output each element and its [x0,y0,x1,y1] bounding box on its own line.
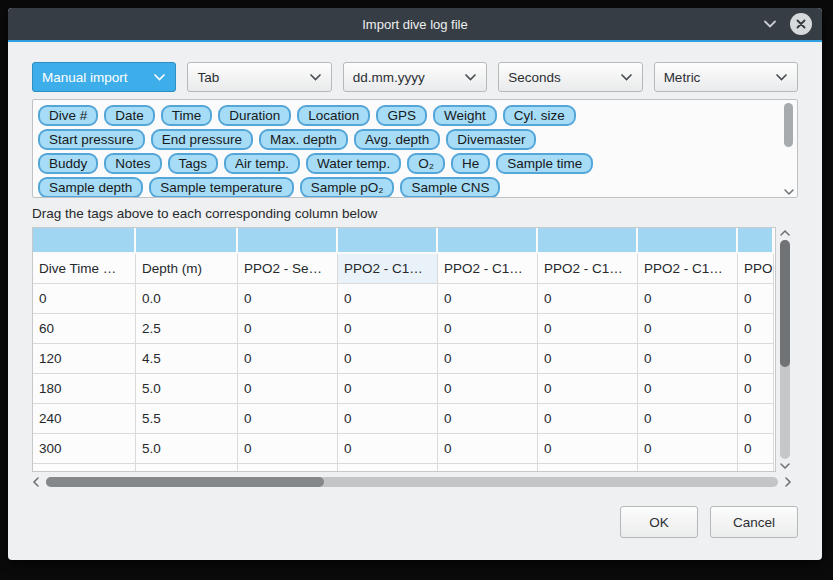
tag-weight[interactable]: Weight [433,105,497,126]
table-hscroll-track[interactable] [46,477,778,487]
tag-time[interactable]: Time [161,105,213,126]
table-cell: 0 [638,434,738,464]
table-cell: 0 [738,344,774,374]
tags-list: Dive #DateTimeDurationLocationGPSWeightC… [33,100,781,198]
import-mode-select[interactable]: Manual import [32,62,176,92]
table-cell: 2.5 [136,314,238,344]
tag-sample-po[interactable]: Sample pO₂ [300,177,395,198]
column-header[interactable]: PPO2 - C1… [538,254,638,284]
column-header[interactable]: PPO2 - Se… [238,254,338,284]
units-value: Metric [664,70,775,85]
scroll-down-icon[interactable] [783,188,795,196]
shade-chevron-down-icon[interactable] [762,19,778,29]
table-row-partial [33,464,775,471]
table-cell: 0 [438,434,538,464]
tag-dive[interactable]: Dive # [38,105,98,126]
duration-format-value: Seconds [508,70,619,85]
tag-sample-depth[interactable]: Sample depth [38,177,143,198]
table-cell: 0 [438,344,538,374]
table-cell: 0 [438,314,538,344]
table-cell: 0 [338,434,438,464]
tag-water-temp[interactable]: Water temp. [306,153,401,174]
column-drop-target[interactable] [638,228,738,254]
tag-row: Sample depthSample temperatureSample pO₂… [38,177,781,198]
scroll-right-icon[interactable] [784,476,792,488]
close-button[interactable] [790,13,812,35]
tag-row: Start pressureEnd pressureMax. depthAvg.… [38,129,781,150]
table-row: 3005.0000000 [33,434,775,464]
tag-end-pressure[interactable]: End pressure [151,129,253,150]
column-drop-target[interactable] [438,228,538,254]
scroll-up-icon[interactable] [779,229,791,237]
table-cell: 0 [238,434,338,464]
column-drop-target[interactable] [538,228,638,254]
table-row: 1204.5000000 [33,344,775,374]
tag-cyl-size[interactable]: Cyl. size [503,105,576,126]
tag-max-depth[interactable]: Max. depth [259,129,348,150]
tag-air-temp[interactable]: Air temp. [224,153,300,174]
table-cell [538,464,638,471]
tag-o[interactable]: O₂ [407,153,445,174]
tag-sample-cns[interactable]: Sample CNS [400,177,500,198]
table-cell: 0 [738,314,774,344]
table-cell: 0 [738,434,774,464]
table-vertical-scrollbar[interactable] [776,227,794,472]
tag-notes[interactable]: Notes [104,153,161,174]
chevron-down-icon [153,73,166,82]
field-separator-value: Tab [197,70,308,85]
tag-divemaster[interactable]: Divemaster [446,129,536,150]
tags-scrollbar[interactable] [781,101,796,196]
duration-format-select[interactable]: Seconds [498,62,642,92]
import-dive-log-dialog: Import dive log file Manual import Tab [8,8,822,560]
column-header[interactable]: Depth (m) [136,254,238,284]
table-cell: 0 [638,314,738,344]
tag-tags[interactable]: Tags [168,153,219,174]
scroll-down-icon[interactable] [779,462,791,470]
field-separator-select[interactable]: Tab [187,62,331,92]
tag-sample-temperature[interactable]: Sample temperature [149,177,293,198]
column-drop-target[interactable] [238,228,338,254]
tag-location[interactable]: Location [297,105,370,126]
tag-avg-depth[interactable]: Avg. depth [354,129,440,150]
preview-table-area: Dive Time …Depth (m)PPO2 - Se…PPO2 - C1…… [32,227,798,472]
table-cell: 0 [538,404,638,434]
table-cell [738,464,774,471]
table-cell: 0 [538,344,638,374]
table-row: 00.0000000 [33,284,775,314]
table-vscroll-thumb[interactable] [780,240,790,367]
tag-buddy[interactable]: Buddy [38,153,98,174]
column-drop-target[interactable] [136,228,238,254]
table-cell [638,464,738,471]
scroll-left-icon[interactable] [32,476,40,488]
table-cell: 0 [638,404,738,434]
date-format-select[interactable]: dd.mm.yyyy [343,62,487,92]
column-header[interactable]: PPO2 - C1… [438,254,538,284]
cancel-button[interactable]: Cancel [710,506,798,538]
table-cell: 0 [338,284,438,314]
units-select[interactable]: Metric [654,62,798,92]
table-cell: 0 [738,374,774,404]
table-vscroll-track[interactable] [780,240,790,459]
column-drop-target[interactable] [33,228,136,254]
column-drop-target[interactable] [338,228,438,254]
table-horizontal-scrollbar[interactable] [32,474,792,490]
table-cell [33,464,136,471]
tag-sample-time[interactable]: Sample time [496,153,593,174]
tag-gps[interactable]: GPS [376,105,427,126]
tag-he[interactable]: He [451,153,490,174]
column-header[interactable]: PPO2 - C1… [638,254,738,284]
tags-scrollbar-thumb[interactable] [784,103,793,147]
tag-start-pressure[interactable]: Start pressure [38,129,145,150]
titlebar[interactable]: Import dive log file [8,8,822,42]
table-cell: 0 [338,374,438,404]
column-header[interactable]: PPO2 - C1… [338,254,438,284]
tag-duration[interactable]: Duration [218,105,291,126]
tag-date[interactable]: Date [104,105,155,126]
table-cell: 0 [338,404,438,434]
column-drop-target[interactable] [738,228,774,254]
column-header[interactable]: PPO2 - C1… [738,254,774,284]
column-header[interactable]: Dive Time … [33,254,136,284]
table-hscroll-thumb[interactable] [46,477,324,487]
ok-button[interactable]: OK [620,506,698,538]
table-cell: 0 [438,404,538,434]
